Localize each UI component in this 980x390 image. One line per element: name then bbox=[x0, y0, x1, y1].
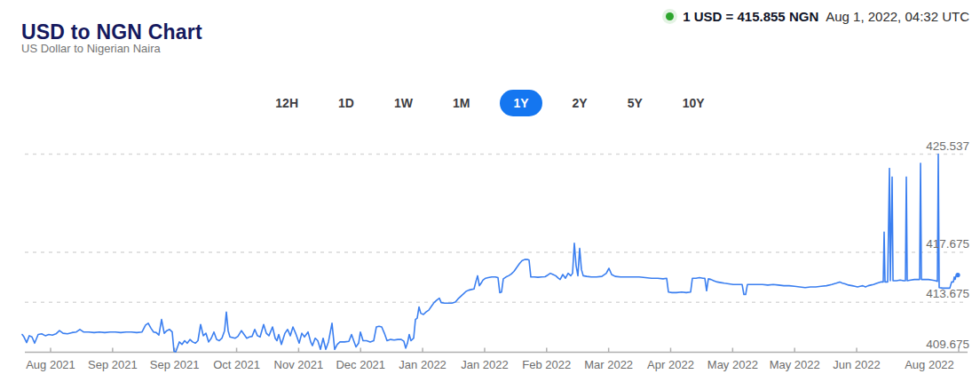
x-axis-label: Jan 2022 bbox=[399, 358, 447, 371]
y-axis-label: 425.537 bbox=[898, 139, 969, 153]
x-axis-label: Aug 2022 bbox=[905, 358, 954, 371]
x-axis-label: May 2022 bbox=[707, 358, 758, 371]
rate-chart[interactable] bbox=[0, 0, 980, 390]
latest-point-marker bbox=[955, 273, 960, 277]
x-axis-label: Nov 2021 bbox=[274, 358, 324, 371]
y-axis-label: 409.675 bbox=[898, 338, 969, 351]
x-axis-label: Dec 2021 bbox=[336, 358, 385, 371]
x-axis-label: Jun 2022 bbox=[833, 358, 881, 371]
x-axis-label: Apr 2022 bbox=[647, 358, 694, 371]
y-axis-label: 413.675 bbox=[898, 287, 969, 300]
x-axis-label: Oct 2021 bbox=[213, 358, 260, 371]
x-axis-label: Sep 2021 bbox=[150, 358, 200, 371]
x-axis-label: Sep 2021 bbox=[88, 358, 138, 371]
y-axis-label: 417.675 bbox=[898, 237, 969, 251]
x-axis-label: Aug 2021 bbox=[26, 358, 75, 371]
x-axis-label: Feb 2022 bbox=[522, 358, 571, 371]
x-axis-label: May 2022 bbox=[770, 358, 820, 371]
rate-line bbox=[22, 155, 958, 353]
x-axis-label: Jan 2022 bbox=[461, 358, 509, 371]
x-axis-label: Mar 2022 bbox=[584, 358, 633, 371]
